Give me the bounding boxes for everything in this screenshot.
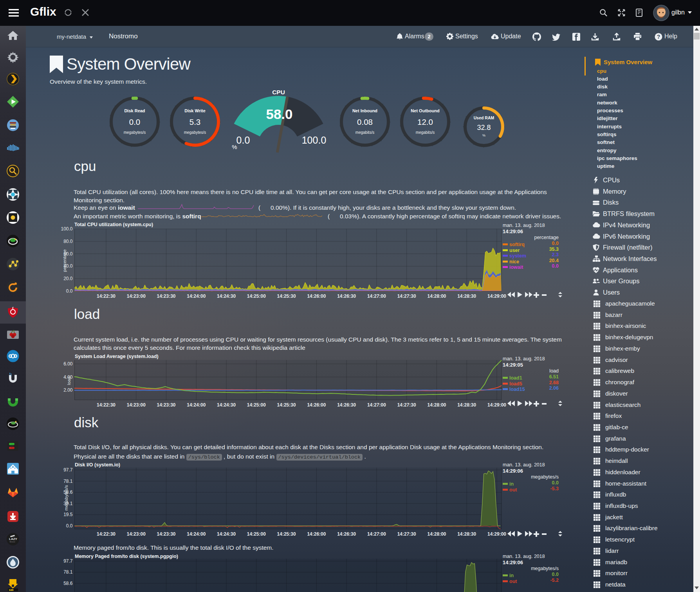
svg-text:97.7: 97.7 (63, 558, 73, 564)
svg-text:78.1: 78.1 (63, 569, 73, 575)
svg-text:58.6: 58.6 (63, 581, 73, 586)
